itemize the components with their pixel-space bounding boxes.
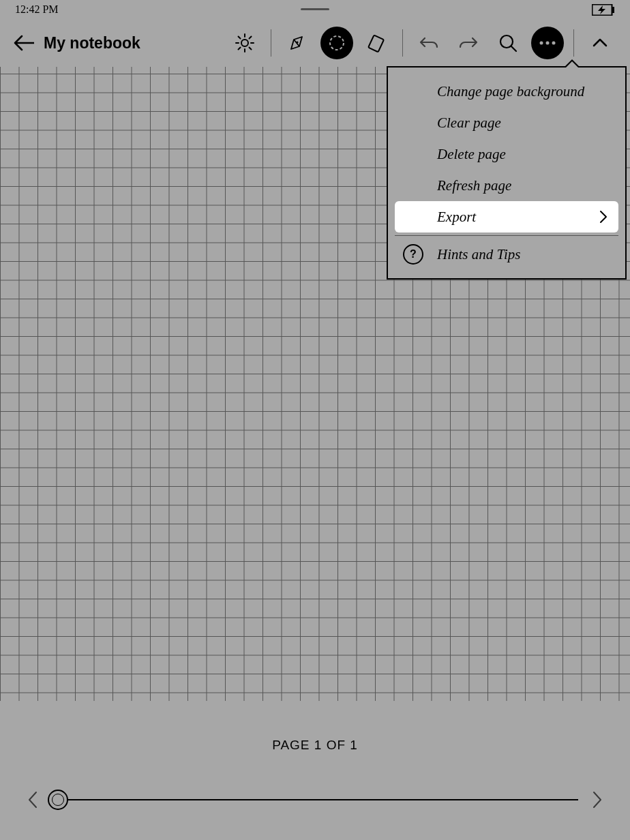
svg-marker-2: [598, 5, 605, 14]
svg-line-11: [250, 37, 252, 39]
slider-thumb[interactable]: [48, 790, 68, 810]
prev-page-button[interactable]: [27, 790, 38, 809]
svg-point-17: [540, 42, 543, 45]
svg-line-8: [239, 37, 241, 39]
menu-item-label: Hints and Tips: [437, 246, 521, 263]
menu-item-clear-page[interactable]: Clear page: [395, 107, 618, 138]
search-button[interactable]: [492, 27, 524, 59]
svg-rect-1: [612, 7, 614, 13]
svg-point-18: [546, 42, 550, 45]
more-menu: Change page background Clear page Delete…: [387, 66, 627, 280]
status-bar: 12:42 PM: [0, 0, 630, 19]
page-title: My notebook: [44, 34, 140, 52]
search-icon: [498, 33, 518, 53]
chevron-right-icon: [599, 210, 608, 224]
next-page-button[interactable]: [592, 790, 603, 809]
drag-handle[interactable]: [301, 8, 329, 10]
toolbar: My notebook: [0, 19, 630, 67]
menu-item-change-background[interactable]: Change page background: [395, 76, 618, 107]
eraser-icon: [366, 33, 387, 53]
eraser-tool-button[interactable]: [360, 27, 393, 59]
pen-tool-button[interactable]: [281, 27, 314, 59]
chevron-up-icon: [592, 38, 608, 48]
undo-icon: [419, 35, 439, 51]
footer: PAGE 1 OF 1: [0, 701, 630, 840]
undo-button[interactable]: [412, 27, 445, 59]
menu-item-label: Export: [437, 209, 476, 226]
menu-item-refresh-page[interactable]: Refresh page: [395, 170, 618, 201]
collapse-toolbar-button[interactable]: [584, 27, 616, 59]
more-button[interactable]: [531, 27, 564, 59]
toolbar-divider: [271, 29, 271, 57]
pen-icon: [287, 33, 308, 53]
page-slider[interactable]: [52, 799, 578, 800]
menu-separator: [395, 235, 618, 236]
help-icon: ?: [403, 244, 423, 265]
menu-item-export[interactable]: Export: [395, 201, 618, 232]
svg-rect-14: [368, 35, 384, 52]
brightness-icon: [235, 33, 255, 53]
lasso-tool-button[interactable]: [320, 27, 353, 59]
toolbar-divider: [573, 29, 574, 57]
brightness-button[interactable]: [228, 27, 261, 59]
svg-line-9: [250, 48, 252, 50]
svg-point-3: [241, 40, 248, 46]
page-indicator: PAGE 1 OF 1: [272, 738, 358, 753]
menu-item-label: Delete page: [437, 146, 506, 163]
toolbar-divider: [402, 29, 403, 57]
svg-point-12: [297, 42, 299, 44]
svg-point-19: [552, 42, 556, 45]
menu-item-delete-page[interactable]: Delete page: [395, 138, 618, 170]
menu-item-label: Change page background: [437, 83, 584, 100]
menu-item-label: Refresh page: [437, 177, 511, 194]
arrow-left-icon: [14, 35, 34, 51]
menu-item-hints-tips[interactable]: ? Hints and Tips: [395, 239, 618, 270]
svg-point-13: [330, 36, 344, 50]
redo-icon: [458, 35, 479, 51]
redo-button[interactable]: [452, 27, 485, 59]
svg-line-10: [239, 48, 241, 50]
lasso-icon: [327, 33, 347, 53]
more-icon: [537, 40, 558, 46]
clock: 12:42 PM: [15, 3, 59, 16]
battery-charging-icon: [592, 4, 615, 16]
menu-item-label: Clear page: [437, 115, 501, 132]
svg-line-16: [511, 46, 516, 51]
back-button[interactable]: My notebook: [14, 34, 140, 52]
